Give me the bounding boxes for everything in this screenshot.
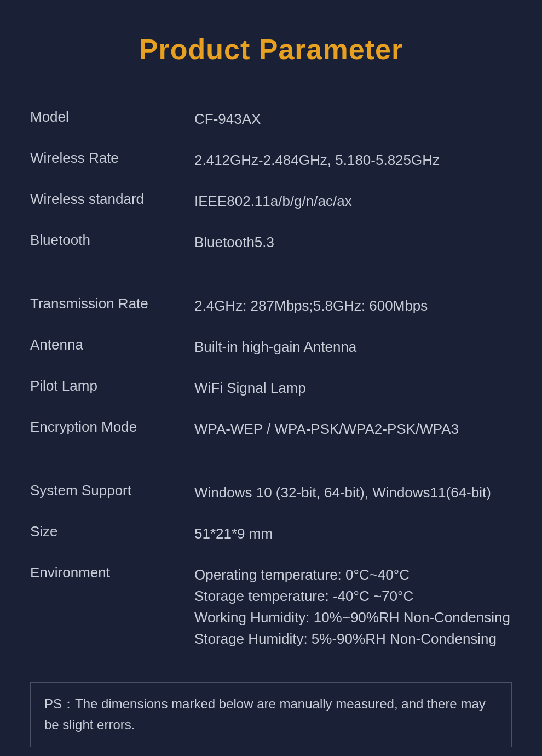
param-value: WPA-WEP / WPA-PSK/WPA2-PSK/WPA3 (194, 419, 512, 440)
param-value: 2.4GHz: 287Mbps;5.8GHz: 600Mbps (194, 295, 512, 317)
table-row: System SupportWindows 10 (32-bit, 64-bit… (30, 472, 512, 513)
table-row: Transmission Rate2.4GHz: 287Mbps;5.8GHz:… (30, 285, 512, 327)
param-label: Size (30, 523, 194, 540)
param-value: Built-in high-gain Antenna (194, 336, 512, 358)
table-row: Pilot LampWiFi Signal Lamp (30, 368, 512, 409)
param-value: IEEE802.11a/b/g/n/ac/ax (194, 191, 512, 212)
table-row: Size51*21*9 mm (30, 513, 512, 554)
table-row: BluetoothBluetooth5.3 (30, 222, 512, 263)
param-value: CF-943AX (194, 108, 512, 130)
section-divider (30, 461, 512, 461)
param-label: Wireless Rate (30, 150, 194, 167)
page-title: Product Parameter (30, 33, 512, 66)
param-label: System Support (30, 482, 194, 499)
param-label: Antenna (30, 336, 194, 353)
param-table: ModelCF-943AXWireless Rate2.412GHz-2.484… (30, 99, 512, 660)
page-container: Product Parameter ModelCF-943AXWireless … (0, 0, 542, 756)
table-row: Wireless Rate2.412GHz-2.484GHz, 5.180-5.… (30, 140, 512, 181)
section-divider (30, 274, 512, 274)
param-label: Environment (30, 564, 194, 581)
param-label: Wireless standard (30, 191, 194, 208)
param-label: Pilot Lamp (30, 377, 194, 394)
param-label: Model (30, 108, 194, 125)
param-value: 2.412GHz-2.484GHz, 5.180-5.825GHz (194, 150, 512, 171)
table-row: ModelCF-943AX (30, 99, 512, 140)
param-label: Transmission Rate (30, 295, 194, 312)
param-value: Operating temperature: 0°C~40°CStorage t… (194, 564, 512, 650)
table-row: AntennaBuilt-in high-gain Antenna (30, 327, 512, 368)
table-row: Encryption ModeWPA-WEP / WPA-PSK/WPA2-PS… (30, 409, 512, 450)
param-value: Windows 10 (32-bit, 64-bit), Windows11(6… (194, 482, 512, 503)
bottom-divider (30, 671, 512, 671)
param-value: 51*21*9 mm (194, 523, 512, 545)
ps-note: PS：The dimensions marked below are manua… (30, 682, 512, 747)
param-value: WiFi Signal Lamp (194, 377, 512, 399)
param-label: Encryption Mode (30, 419, 194, 436)
table-row: EnvironmentOperating temperature: 0°C~40… (30, 554, 512, 660)
table-row: Wireless standardIEEE802.11a/b/g/n/ac/ax (30, 181, 512, 222)
param-value: Bluetooth5.3 (194, 232, 512, 253)
param-label: Bluetooth (30, 232, 194, 249)
